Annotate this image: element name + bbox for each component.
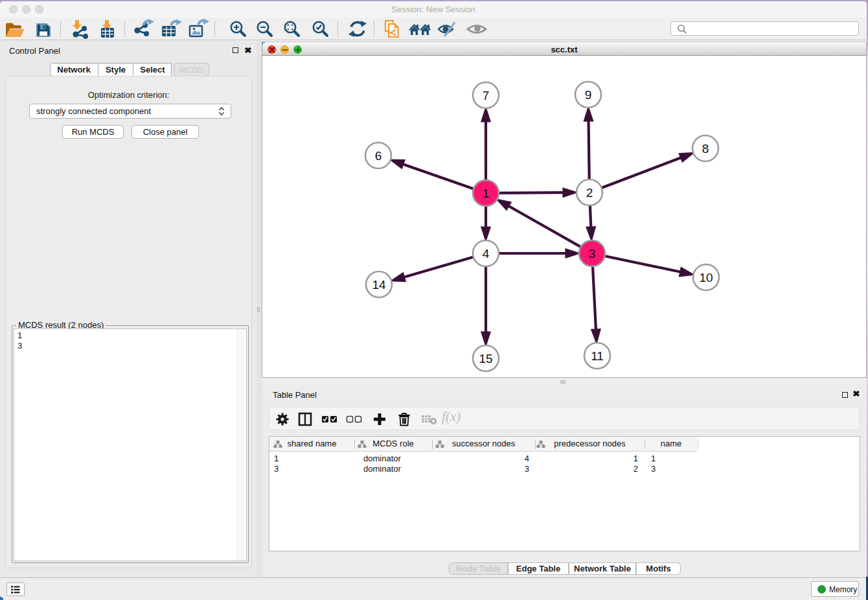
svg-text:14: 14	[372, 278, 386, 292]
svg-text:10: 10	[699, 271, 713, 284]
svg-text:4: 4	[483, 247, 490, 260]
svg-text:6: 6	[375, 149, 382, 163]
svg-text:3: 3	[589, 247, 596, 260]
svg-text:11: 11	[591, 349, 604, 363]
svg-text:9: 9	[585, 88, 592, 102]
svg-text:2: 2	[586, 186, 593, 200]
svg-text:1: 1	[483, 187, 490, 200]
svg-text:15: 15	[479, 352, 492, 365]
svg-text:7: 7	[483, 89, 490, 102]
svg-text:8: 8	[702, 142, 709, 156]
